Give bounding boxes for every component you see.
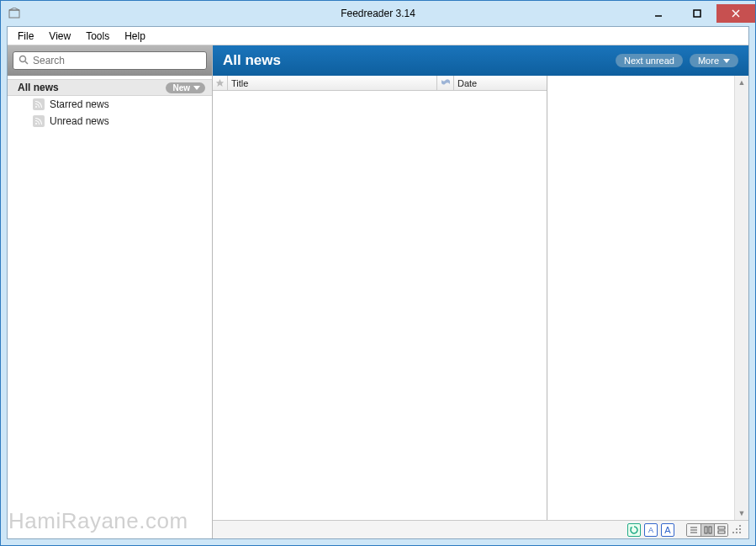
maximize-button[interactable] [678, 4, 716, 23]
refresh-button[interactable] [627, 523, 641, 537]
svg-rect-14 [709, 527, 711, 533]
window-controls [639, 4, 755, 23]
status-bar: A A [213, 520, 748, 538]
client-area: File View Tools Help All news [7, 26, 749, 539]
refresh-icon [630, 526, 638, 534]
tree-label: Starred news [50, 98, 109, 110]
menu-file[interactable]: File [11, 29, 40, 44]
app-icon [8, 7, 21, 20]
svg-marker-8 [216, 79, 224, 87]
search-field-wrap[interactable] [13, 51, 207, 70]
main-pane: All news Next unread More [213, 45, 748, 538]
sidebar: All news New Starred news Unread news [8, 45, 213, 538]
column-star[interactable] [213, 76, 228, 90]
column-date-label: Date [457, 78, 477, 88]
preview-pane: ▲ ▼ [547, 76, 748, 520]
more-label: More [698, 56, 719, 66]
column-date[interactable]: Date [454, 76, 547, 90]
menu-tools[interactable]: Tools [79, 29, 116, 44]
page-title: All news [223, 52, 609, 69]
font-larger-button[interactable]: A [661, 523, 674, 537]
svg-rect-3 [694, 10, 700, 17]
font-smaller-button[interactable]: A [644, 523, 658, 537]
close-button[interactable] [716, 4, 755, 23]
svg-rect-0 [9, 10, 19, 18]
titlebar[interactable]: Feedreader 3.14 [1, 1, 755, 26]
wide-view-icon [717, 526, 726, 534]
menu-view[interactable]: View [42, 29, 77, 44]
svg-marker-1 [9, 8, 19, 10]
svg-rect-15 [718, 527, 725, 529]
new-button-label: New [172, 83, 190, 93]
next-unread-label: Next unread [624, 56, 674, 66]
svg-rect-13 [705, 527, 707, 533]
svg-line-7 [25, 61, 28, 64]
more-button[interactable]: More [690, 54, 738, 67]
scrollbar[interactable]: ▲ ▼ [734, 76, 748, 520]
rss-icon [33, 98, 45, 110]
tree-label: Unread news [50, 115, 109, 127]
flag-icon [441, 79, 451, 87]
tree-item-unread[interactable]: Unread news [8, 113, 212, 130]
scroll-up-icon[interactable]: ▲ [738, 78, 746, 87]
menubar: File View Tools Help [8, 27, 748, 45]
content-split: Title Date ▲ [213, 76, 748, 520]
app-window: Feedreader 3.14 File View Tools Help [0, 0, 756, 546]
view-split-button[interactable] [700, 524, 714, 536]
svg-rect-16 [718, 531, 725, 533]
tree-item-all-news[interactable]: All news New [8, 79, 212, 96]
new-feed-button[interactable]: New [166, 82, 205, 93]
article-list-pane: Title Date [213, 76, 547, 520]
view-list-button[interactable] [687, 524, 700, 536]
scroll-down-icon[interactable]: ▼ [738, 509, 746, 517]
rss-icon [33, 115, 45, 127]
search-input[interactable] [33, 55, 201, 66]
view-mode-group [686, 523, 728, 537]
column-flag[interactable] [437, 76, 454, 90]
star-icon [215, 78, 225, 87]
column-headers: Title Date [213, 76, 547, 91]
body: All news New Starred news Unread news [8, 45, 748, 538]
search-icon [19, 55, 29, 67]
resize-grip[interactable] [732, 524, 743, 536]
search-bar [8, 45, 212, 76]
split-view-icon [704, 526, 712, 534]
feed-tree: All news New Starred news Unread news [8, 76, 212, 538]
list-view-icon [690, 526, 698, 534]
next-unread-button[interactable]: Next unread [616, 54, 683, 67]
column-title-label: Title [231, 78, 248, 88]
minimize-button[interactable] [639, 4, 678, 23]
view-wide-button[interactable] [714, 524, 727, 536]
column-title[interactable]: Title [228, 76, 437, 90]
tree-label: All news [18, 82, 59, 93]
tree-item-starred[interactable]: Starred news [8, 96, 212, 113]
content-header: All news Next unread More [213, 45, 748, 76]
dropdown-icon [193, 86, 200, 90]
dropdown-icon [723, 59, 730, 63]
svg-point-6 [20, 56, 26, 61]
article-list[interactable] [213, 91, 547, 520]
menu-help[interactable]: Help [118, 29, 152, 44]
